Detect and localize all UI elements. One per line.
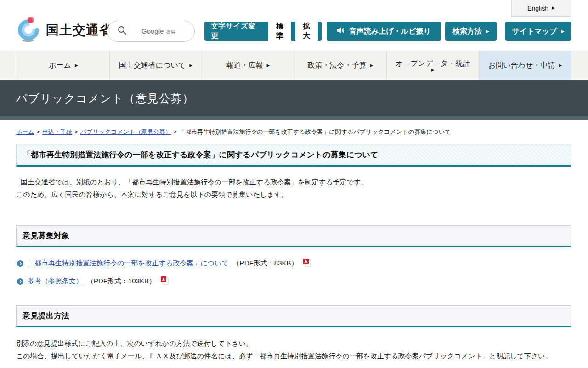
list-bullet-icon: ❯ [17,260,23,267]
font-size-control: 文字サイズ変更 標準 拡大 [204,22,322,41]
intro-line: このため、広く国民の皆様から、本案に対するご意見を以下の要領で募集いたします。 [16,188,571,201]
font-size-large-button[interactable]: 拡大 [295,19,318,43]
breadcrumb-separator: > [37,128,40,135]
breadcrumb-current: 「都市再生特別措置法施行令の一部を改正する政令案」に関するパブリックコメントの募… [179,128,451,135]
search-input[interactable]: Google 提供 [107,21,195,42]
breadcrumb-link-public-comment[interactable]: パブリックコメント（意見公募） [80,128,171,135]
nav-item-open-data[interactable]: オープンデータ・統計 ▶ [386,51,479,80]
arrow-right-icon: ▶ [75,63,78,68]
pdf-file-info: （PDF形式：83KB） [233,259,298,268]
global-nav: ホーム ▶ 国土交通省について ▶ 報道・広報 ▶ 政策・法令・予算 ▶ オープ… [0,51,588,80]
list-item: ❯ 「都市再生特別措置法施行令の一部を改正する政令案」について （PDF形式：8… [17,259,571,268]
breadcrumb-separator: > [174,128,177,135]
sitemap-button[interactable]: サイトマップ ▶ [505,22,571,41]
section-submission-method: 意見提出方法 別添の意見提出様式にご記入の上、次のいずれかの方法で送付して下さい… [16,305,571,362]
english-button-label: English [527,5,548,12]
search-method-button[interactable]: 検索方法 ▶ [445,22,497,41]
logo-text: 国土交通省 [46,22,113,39]
pdf-link-ordinance[interactable]: 「都市再生特別措置法施行令の一部を改正する政令案」について [28,259,229,268]
font-size-label: 文字サイズ変更 [211,22,261,41]
sitemap-label: サイトマップ [512,27,557,36]
arrow-right-icon: ▶ [431,68,435,72]
page-title: パブリックコメント（意見公募） [16,91,194,106]
list-bullet-icon: ❯ [17,278,23,285]
arrow-right-icon: ▶ [370,63,373,68]
search-icon [118,26,127,37]
intro-line: 国土交通省では、別紙のとおり、「都市再生特別措置法施行令の一部を改正する政令案」… [16,176,571,188]
article-heading: 「都市再生特別措置法施行令の一部を改正する政令案」に関するパブリックコメントの募… [23,150,564,160]
pdf-icon [303,259,311,268]
nav-item-about[interactable]: 国土交通省について ▶ [109,51,202,80]
search-placeholder: Google 提供 [141,27,175,35]
font-size-standard-button[interactable]: 標準 [268,19,291,43]
speaker-icon [337,27,345,36]
arrow-right-icon: ▶ [552,6,555,10]
breadcrumb-link-home[interactable]: ホーム [16,128,34,135]
nav-item-policy[interactable]: 政策・法令・予算 ▶ [294,51,386,80]
section-comment-targets: 意見募集対象 ❯ 「都市再生特別措置法施行令の一部を改正する政令案」について （… [16,225,571,286]
nav-item-press[interactable]: 報道・広報 ▶ [202,51,294,80]
arrow-right-icon: ▶ [267,63,270,68]
tts-button-label: 音声読み上げ・ルビ振り [349,27,431,36]
arrow-right-icon: ▶ [561,29,565,34]
page-title-bar: パブリックコメント（意見公募） [0,80,588,120]
submission-method-text: 別添の意見提出様式にご記入の上、次のいずれかの方法で送付して下さい。 この場合、… [16,337,571,362]
arrow-right-icon: ▶ [559,63,562,68]
breadcrumb-link-procedures[interactable]: 申込・手続 [42,128,72,135]
mlit-logo-icon [15,16,42,45]
pdf-file-info: （PDF形式：103KB） [87,277,156,286]
nav-item-home[interactable]: ホーム ▶ [17,51,109,80]
arrow-right-icon: ▶ [486,29,489,34]
arrow-right-icon: ▶ [189,63,192,68]
pdf-link-reference[interactable]: 参考（参照条文） [28,277,83,286]
breadcrumb: ホーム>申込・手続>パブリックコメント（意見公募）>「都市再生特別措置法施行令の… [16,128,571,136]
intro-text: 国土交通省では、別紙のとおり、「都市再生特別措置法施行令の一部を改正する政令案」… [16,176,571,201]
search-method-label: 検索方法 [452,27,482,36]
site-header: English ▶ 国土交通省 Google 提供 文字サイズ変更 [0,0,588,51]
breadcrumb-separator: > [74,128,78,135]
english-button[interactable]: English ▶ [511,0,571,17]
main-content: 「都市再生特別措置法施行令の一部を改正する政令案」に関するパブリックコメントの募… [16,144,571,362]
document-link-list: ❯ 「都市再生特別措置法施行令の一部を改正する政令案」について （PDF形式：8… [16,259,571,286]
site-logo[interactable]: 国土交通省 [15,16,113,45]
pdf-icon [161,276,169,286]
section-heading: 意見募集対象 [16,225,571,247]
section-heading: 意見提出方法 [16,305,571,327]
list-item: ❯ 参考（参照条文） （PDF形式：103KB） [17,276,571,286]
tts-button[interactable]: 音声読み上げ・ルビ振り [327,22,441,41]
body-line: 別添の意見提出様式にご記入の上、次のいずれかの方法で送付して下さい。 [16,337,571,350]
article-heading-box: 「都市再生特別措置法施行令の一部を改正する政令案」に関するパブリックコメントの募… [16,144,571,167]
body-line: この場合、提出していただく電子メール、ＦＡＸ及び郵送の件名には、必ず「都市再生特… [16,350,571,362]
nav-item-contact[interactable]: お問い合わせ・申請 ▶ [479,51,571,80]
